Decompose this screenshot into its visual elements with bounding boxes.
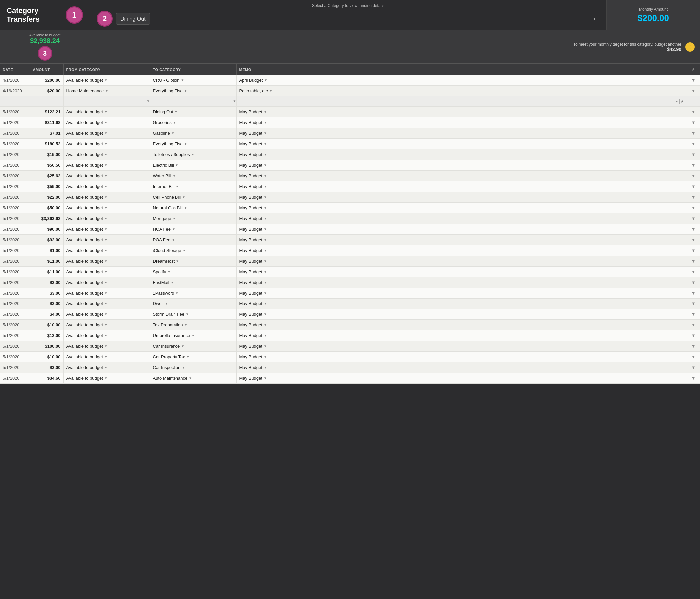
to-dropdown-arrow[interactable]: ▼ <box>233 100 236 103</box>
cell-star[interactable]: ▼ <box>687 139 700 150</box>
cell-memo[interactable]: April Budget ▼ <box>236 75 687 85</box>
cell-memo[interactable]: May Budget ▼ <box>236 213 687 224</box>
cell-to[interactable]: Everything Else ▼ <box>150 139 236 150</box>
cell-to[interactable]: HOA Fee ▼ <box>150 224 236 235</box>
cell-memo[interactable]: May Budget ▼ <box>236 181 687 192</box>
memo-dropdown-arrow[interactable]: ▼ <box>264 78 268 82</box>
empty-from[interactable]: ▼ <box>63 96 150 107</box>
cell-from[interactable]: Available to budget ▼ <box>63 309 150 320</box>
from-dropdown-arrow[interactable]: ▼ <box>104 291 107 295</box>
cell-to[interactable]: Car Insurance ▼ <box>150 341 236 352</box>
cell-star[interactable]: ▼ <box>687 362 700 373</box>
cell-star[interactable]: ▼ <box>687 128 700 139</box>
memo-arrow[interactable]: ▼ <box>675 100 679 103</box>
cell-to[interactable]: Mortgage ▼ <box>150 213 236 224</box>
to-dropdown-arrow[interactable]: ▼ <box>175 110 178 114</box>
to-dropdown-arrow[interactable]: ▼ <box>181 78 184 82</box>
to-dropdown-arrow[interactable]: ▼ <box>175 163 178 167</box>
from-dropdown-arrow[interactable]: ▼ <box>104 131 107 135</box>
to-dropdown-arrow[interactable]: ▼ <box>184 142 188 146</box>
memo-dropdown-arrow[interactable]: ▼ <box>264 206 267 210</box>
cell-star[interactable]: ▼ <box>687 331 700 341</box>
from-dropdown-arrow[interactable]: ▼ <box>104 206 107 210</box>
cell-star[interactable]: ▼ <box>687 235 700 245</box>
from-dropdown-arrow[interactable]: ▼ <box>104 174 107 178</box>
cell-memo[interactable]: May Budget ▼ <box>236 288 687 298</box>
cell-to[interactable]: Electric Bill ▼ <box>150 160 236 171</box>
memo-dropdown-arrow[interactable]: ▼ <box>264 142 267 146</box>
to-dropdown-arrow[interactable]: ▼ <box>173 121 176 125</box>
category-select[interactable]: Dining Out <box>116 13 150 25</box>
cell-from[interactable]: Available to budget ▼ <box>63 128 150 139</box>
cell-to[interactable]: 1Password ▼ <box>150 288 236 298</box>
to-dropdown-arrow[interactable]: ▼ <box>192 334 195 337</box>
memo-dropdown-arrow[interactable]: ▼ <box>264 366 267 369</box>
cell-from[interactable]: Available to budget ▼ <box>63 298 150 309</box>
cell-star[interactable]: ▼ <box>687 213 700 224</box>
memo-dropdown-arrow[interactable]: ▼ <box>264 355 267 359</box>
memo-dropdown-arrow[interactable]: ▼ <box>264 238 267 242</box>
from-dropdown-arrow[interactable]: ▼ <box>105 89 108 93</box>
memo-dropdown-arrow[interactable]: ▼ <box>264 312 267 316</box>
memo-dropdown-arrow[interactable]: ▼ <box>264 323 267 327</box>
cell-memo[interactable]: May Budget ▼ <box>236 331 687 341</box>
from-dropdown-arrow[interactable]: ▼ <box>104 121 107 125</box>
cell-memo[interactable]: May Budget ▼ <box>236 245 687 256</box>
from-dropdown-arrow[interactable]: ▼ <box>104 334 107 337</box>
cell-memo[interactable]: May Budget ▼ <box>236 107 687 118</box>
cell-from[interactable]: Available to budget ▼ <box>63 331 150 341</box>
cell-from[interactable]: Available to budget ▼ <box>63 181 150 192</box>
cell-to[interactable]: Spotify ▼ <box>150 266 236 277</box>
from-dropdown-arrow[interactable]: ▼ <box>104 355 107 359</box>
cell-from[interactable]: Available to budget ▼ <box>63 256 150 266</box>
from-dropdown-arrow[interactable]: ▼ <box>104 163 107 167</box>
cell-to[interactable]: Cell Phone Bill ▼ <box>150 192 236 203</box>
to-dropdown-arrow[interactable]: ▼ <box>167 270 171 274</box>
to-dropdown-arrow[interactable]: ▼ <box>183 249 186 252</box>
to-dropdown-arrow[interactable]: ▼ <box>172 227 175 231</box>
cell-memo[interactable]: Patio table, etc ▼ <box>236 85 687 96</box>
to-dropdown-arrow[interactable]: ▼ <box>171 131 175 135</box>
from-dropdown-arrow[interactable]: ▼ <box>104 217 107 220</box>
cell-memo[interactable]: May Budget ▼ <box>236 373 687 384</box>
cell-to[interactable]: Car Property Tax ▼ <box>150 352 236 362</box>
cell-star[interactable]: ▼ <box>687 150 700 160</box>
cell-from[interactable]: Available to budget ▼ <box>63 118 150 128</box>
to-dropdown-arrow[interactable]: ▼ <box>175 291 179 295</box>
to-dropdown-arrow[interactable]: ▼ <box>184 323 188 327</box>
cell-from[interactable]: Available to budget ▼ <box>63 192 150 203</box>
cell-to[interactable]: DreamHost ▼ <box>150 256 236 266</box>
cell-star[interactable]: ▼ <box>687 245 700 256</box>
from-dropdown-arrow[interactable]: ▼ <box>104 238 107 242</box>
cell-from[interactable]: Available to budget ▼ <box>63 224 150 235</box>
empty-to[interactable]: ▼ <box>150 96 236 107</box>
cell-memo[interactable]: May Budget ▼ <box>236 341 687 352</box>
cell-memo[interactable]: May Budget ▼ <box>236 171 687 181</box>
cell-to[interactable]: CRU - Gibson ▼ <box>150 75 236 85</box>
cell-from[interactable]: Available to budget ▼ <box>63 341 150 352</box>
memo-dropdown-arrow[interactable]: ▼ <box>264 259 267 263</box>
from-dropdown-arrow[interactable]: ▼ <box>104 366 107 369</box>
cell-from[interactable]: Available to budget ▼ <box>63 245 150 256</box>
memo-dropdown-arrow[interactable]: ▼ <box>264 121 267 125</box>
memo-dropdown-arrow[interactable]: ▼ <box>264 334 267 337</box>
cell-from[interactable]: Available to budget ▼ <box>63 160 150 171</box>
cell-memo[interactable]: May Budget ▼ <box>236 203 687 213</box>
cell-star[interactable]: ▼ <box>687 118 700 128</box>
cell-star[interactable]: ▼ <box>687 256 700 266</box>
cell-star[interactable]: ▼ <box>687 181 700 192</box>
cell-to[interactable]: Tax Preparation ▼ <box>150 320 236 331</box>
memo-dropdown-arrow[interactable]: ▼ <box>264 110 267 114</box>
cell-star[interactable]: ▼ <box>687 373 700 384</box>
to-dropdown-arrow[interactable]: ▼ <box>182 366 185 369</box>
cell-memo[interactable]: May Budget ▼ <box>236 266 687 277</box>
cell-from[interactable]: Available to budget ▼ <box>63 107 150 118</box>
memo-dropdown-arrow[interactable]: ▼ <box>264 344 267 348</box>
memo-dropdown-arrow[interactable]: ▼ <box>264 281 267 284</box>
memo-dropdown-arrow[interactable]: ▼ <box>264 249 267 252</box>
memo-dropdown-arrow[interactable]: ▼ <box>264 174 267 178</box>
from-dropdown-arrow[interactable]: ▼ <box>104 302 107 306</box>
memo-dropdown-arrow[interactable]: ▼ <box>264 270 267 274</box>
cell-star[interactable]: ▼ <box>687 171 700 181</box>
from-dropdown-arrow[interactable]: ▼ <box>104 259 107 263</box>
